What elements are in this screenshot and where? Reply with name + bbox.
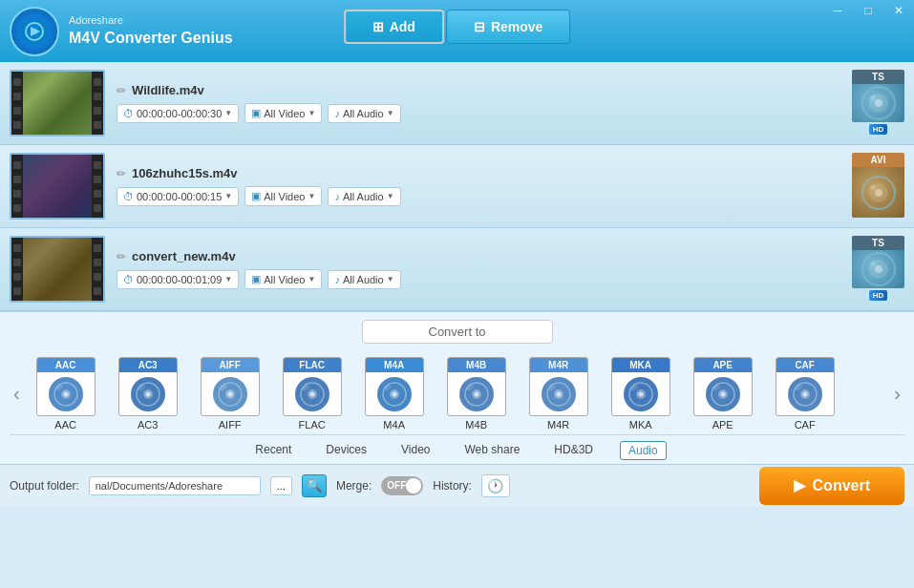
format-name-label: AAC: [54, 419, 76, 430]
format-icon-item[interactable]: MKA MKA: [603, 357, 679, 430]
close-button[interactable]: ✕: [883, 0, 914, 21]
audio-track-dropdown[interactable]: ♪ All Audio ▼: [328, 104, 400, 123]
format-badge-box: MKA: [611, 357, 670, 416]
file-controls: ⏱ 00:00:00-00:01:09 ▼ ▣ All Video ▼ ♪ Al…: [117, 269, 904, 289]
format-label-top: M4A: [366, 358, 423, 372]
chevron-down-icon: ▼: [387, 109, 394, 117]
format-icon-item[interactable]: FLAC FLAC: [274, 357, 351, 430]
video-track-dropdown[interactable]: ▣ All Video ▼: [244, 103, 322, 123]
video-track-dropdown[interactable]: ▣ All Video ▼: [244, 186, 322, 206]
audio-icon: ♪: [334, 108, 340, 119]
film-strip-right: [92, 72, 103, 135]
tab-video[interactable]: Video: [393, 441, 437, 460]
video-icon: ▣: [251, 273, 261, 285]
format-icon-item[interactable]: CAF CAF: [767, 357, 843, 430]
format-icon-item[interactable]: M4R M4R: [521, 357, 597, 430]
output-folder-input[interactable]: [89, 476, 261, 495]
format-icon-item[interactable]: APE APE: [685, 357, 761, 430]
format-disc-icon: [530, 372, 587, 415]
format-badge-box: M4R: [529, 357, 588, 416]
format-label-top: FLAC: [284, 358, 341, 372]
audio-track-value: All Audio: [343, 191, 384, 202]
video-track-dropdown[interactable]: ▣ All Video ▼: [244, 269, 322, 289]
time-range-dropdown[interactable]: ⏱ 00:00:00-00:00:30 ▼: [117, 104, 239, 123]
remove-icon: ⊟: [474, 19, 485, 34]
add-button[interactable]: ⊞ Add: [344, 10, 444, 44]
file-thumbnail: [10, 70, 105, 136]
format-badge-box: M4A: [365, 357, 424, 416]
audio-track-dropdown[interactable]: ♪ All Audio ▼: [328, 187, 400, 206]
svg-point-9: [875, 189, 882, 197]
time-range-value: 00:00:00-00:00:30: [137, 108, 222, 119]
chevron-down-icon: ▼: [224, 192, 232, 200]
audio-track-value: All Audio: [343, 274, 384, 285]
bottom-section: Convert to ‹ AAC AAC AC3: [0, 311, 914, 464]
search-folder-button[interactable]: 🔍: [302, 474, 327, 497]
svg-point-43: [474, 391, 478, 396]
app-logo: [10, 7, 59, 56]
chevron-down-icon: ▼: [308, 275, 315, 284]
tab-webshare[interactable]: Web share: [457, 441, 528, 460]
toggle-text: OFF: [387, 480, 406, 491]
svg-point-63: [802, 391, 807, 396]
file-thumbnail: [10, 153, 105, 220]
edit-icon[interactable]: ✏: [117, 167, 126, 180]
video-track-value: All Video: [264, 108, 305, 119]
time-range-value: 00:00:00-00:00:15: [137, 191, 222, 202]
tab-audio[interactable]: Audio: [620, 441, 667, 460]
format-name-label: M4A: [383, 419, 405, 430]
format-name-label: AC3: [138, 419, 158, 430]
format-badge-label: TS: [852, 236, 904, 250]
format-icon-item[interactable]: M4A M4A: [356, 357, 433, 430]
format-disc-icon: [119, 372, 177, 415]
file-info: ✏ convert_new.m4v ⏱ 00:00:00-00:01:09 ▼ …: [117, 249, 904, 289]
format-icon-item[interactable]: AIFF AIFF: [192, 357, 268, 430]
format-icon-item[interactable]: AC3 AC3: [110, 357, 186, 430]
format-badge[interactable]: TS HD: [852, 236, 904, 301]
tab-recent[interactable]: Recent: [247, 441, 299, 460]
time-range-dropdown[interactable]: ⏱ 00:00:00-00:00:15 ▼: [117, 187, 239, 206]
scroll-left-button[interactable]: ‹: [10, 383, 24, 405]
format-badge[interactable]: AVI: [852, 153, 904, 218]
format-name-label: M4R: [547, 419, 569, 430]
hd-badge: HD: [869, 290, 888, 301]
title-bar: Adoreshare M4V Converter Genius ⊞ Add ⊟ …: [0, 0, 914, 62]
svg-point-38: [392, 391, 396, 396]
format-name-label: M4B: [465, 419, 487, 430]
file-name-row: ✏ convert_new.m4v: [117, 249, 904, 263]
scroll-right-button[interactable]: ›: [890, 383, 904, 405]
browse-button[interactable]: ...: [270, 476, 292, 495]
audio-track-dropdown[interactable]: ♪ All Audio ▼: [328, 270, 400, 289]
app-name-block: Adoreshare M4V Converter Genius: [69, 13, 233, 50]
video-track-value: All Video: [264, 274, 305, 285]
time-range-value: 00:00:00-00:01:09: [137, 274, 222, 285]
svg-point-48: [556, 391, 561, 396]
chevron-down-icon: ▼: [387, 192, 394, 200]
svg-point-5: [875, 99, 882, 107]
format-badge-label: TS: [852, 70, 904, 84]
format-icon-item[interactable]: M4B M4B: [438, 357, 515, 430]
remove-button[interactable]: ⊟ Remove: [446, 10, 570, 44]
format-badge-label: AVI: [852, 153, 904, 167]
history-button[interactable]: 🕐: [481, 474, 510, 497]
merge-toggle[interactable]: OFF: [381, 476, 423, 495]
minimize-button[interactable]: ─: [822, 0, 853, 21]
hd-badge: HD: [869, 124, 888, 135]
format-badge[interactable]: TS HD: [852, 70, 904, 135]
film-strip-left: [11, 72, 23, 135]
file-name-row: ✏ Wildlife.m4v: [117, 83, 904, 97]
format-name-label: MKA: [629, 419, 652, 430]
tab-devices[interactable]: Devices: [318, 441, 374, 460]
film-strip-right: [92, 155, 103, 218]
format-icons-container: AAC AAC AC3: [28, 357, 887, 430]
format-label-top: AC3: [119, 358, 177, 372]
format-disc-icon: [612, 372, 670, 415]
time-range-dropdown[interactable]: ⏱ 00:00:00-00:01:09 ▼: [117, 270, 239, 289]
convert-button[interactable]: ▶ Convert: [759, 467, 904, 505]
svg-point-18: [63, 391, 68, 396]
edit-icon[interactable]: ✏: [117, 250, 126, 263]
format-icon-item[interactable]: AAC AAC: [28, 357, 104, 430]
edit-icon[interactable]: ✏: [117, 84, 126, 97]
maximize-button[interactable]: □: [853, 0, 883, 21]
tab-hd3d[interactable]: HD&3D: [546, 441, 601, 460]
